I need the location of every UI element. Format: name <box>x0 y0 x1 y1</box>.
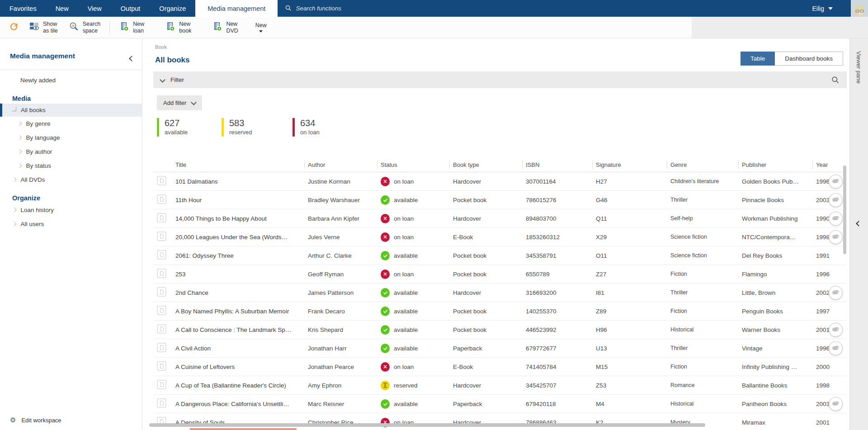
table-row[interactable]: A Call to Conscience : The Landmark Sp…K… <box>153 321 847 339</box>
file-icon <box>157 287 166 298</box>
table-row[interactable]: 101 DalmatiansJustine Kormanon loanHardc… <box>153 172 847 191</box>
sidebar-item-all-dvds[interactable]: All DVDs <box>0 173 142 187</box>
table-row[interactable]: A Density of SoulsChristopher Riceon loa… <box>153 413 847 430</box>
table-row[interactable]: A Cuisine of LeftoversJonathan Pearceon … <box>153 358 847 376</box>
status-label: on loan <box>394 271 414 278</box>
page-title: All books <box>155 56 190 65</box>
table-row[interactable]: A Dangerous Place: California's Unsettli… <box>153 395 847 413</box>
sidebar-item-newly-added[interactable]: Newly added <box>0 73 142 87</box>
cell-publisher: Flamingo <box>738 271 812 278</box>
table-row[interactable]: 20,000 Leagues Under the Sea (Words…Jule… <box>153 228 847 246</box>
cell-title: A Dangerous Place: California's Unsettli… <box>172 401 304 407</box>
add-filter-button[interactable]: Add filter <box>157 95 202 110</box>
column-header-signature[interactable]: Signature <box>592 157 667 172</box>
new-loan-label-1: New <box>133 21 144 28</box>
attachment-button[interactable] <box>829 323 843 337</box>
sidebar-item-by-genre[interactable]: By genre <box>0 117 142 131</box>
sidebar-item-all-books[interactable]: All books <box>0 104 142 117</box>
attachment-button[interactable] <box>829 175 843 189</box>
cell-publisher: Little, Brown <box>738 289 812 296</box>
view-toggle-table[interactable]: Table <box>741 52 775 66</box>
column-header-book-type[interactable]: Book type <box>449 157 522 172</box>
cell-publisher: Golden Books Pub… <box>738 178 812 185</box>
sidebar-item-by-language[interactable]: By language <box>0 131 142 145</box>
sidebar-collapse-button[interactable] <box>130 54 134 62</box>
column-header-genre[interactable]: Genre <box>667 157 738 172</box>
search-icon <box>285 5 292 13</box>
cell-title: 253 <box>172 271 304 278</box>
sidebar-item-by-status[interactable]: By status <box>0 159 142 173</box>
table-search-button[interactable] <box>831 76 840 84</box>
new-loan-button[interactable]: Newloan <box>113 17 150 38</box>
cell-book-type: Hardcover <box>449 382 522 389</box>
vertical-scrollbar[interactable] <box>843 165 846 254</box>
table-row[interactable]: 14,000 Things to Be Happy AboutBarbara A… <box>153 209 847 228</box>
document-preview-icon <box>153 250 172 261</box>
sidebar-item-all-users[interactable]: All users <box>0 217 142 231</box>
edit-workspace-button[interactable]: ⚙ Edit workspace <box>10 417 61 424</box>
cell-book-type: Pocket book <box>449 271 522 278</box>
horizontal-scrollbar[interactable] <box>149 423 705 427</box>
file-icon <box>157 361 166 372</box>
view-toggle-dashboard[interactable]: Dashboard books <box>775 52 843 66</box>
attachment-button[interactable] <box>829 397 843 411</box>
attachment-button[interactable] <box>829 212 843 226</box>
sidebar-item-by-author[interactable]: By author <box>0 145 142 159</box>
table-row[interactable]: A Civil ActionJonathan HarravailablePape… <box>153 339 847 358</box>
status-icon-available <box>381 325 390 335</box>
column-header-publisher[interactable]: Publisher <box>738 157 812 172</box>
table-row[interactable]: 253Geoff Rymanon loanPocket book6550789Z… <box>153 265 847 284</box>
sidebar-item-loan-history[interactable]: Loan history <box>0 203 142 217</box>
table-row[interactable]: 2061: Odyssey ThreeArthur C. Clarkeavail… <box>153 246 847 265</box>
refresh-button[interactable] <box>4 17 24 38</box>
menu-organize[interactable]: Organize <box>150 0 195 17</box>
new-dvd-button[interactable]: NewDVD <box>207 17 243 38</box>
attachment-button[interactable] <box>829 286 843 300</box>
document-preview-icon <box>153 176 172 187</box>
chevron-right-icon <box>18 150 22 154</box>
viewer-pane-expand-button[interactable] <box>857 219 861 227</box>
books-table: TitleAuthorStatusBook typeISBNSignatureG… <box>153 157 847 430</box>
cell-isbn: 316693200 <box>522 289 592 296</box>
table-row[interactable]: 11th HourBradley WarshaueravailablePocke… <box>153 191 847 209</box>
document-preview-icon <box>153 398 172 409</box>
table-row[interactable]: A Boy Named Phyllis: A Suburban MemoirFr… <box>153 302 847 321</box>
stat-value: 583 <box>229 118 292 128</box>
new-dropdown-button[interactable]: New <box>250 17 272 38</box>
global-search-input[interactable]: Search functions <box>285 0 341 17</box>
menu-new[interactable]: New <box>46 0 78 17</box>
menu-output[interactable]: Output <box>111 0 150 17</box>
status-icon-available <box>381 288 390 298</box>
attachment-button[interactable] <box>829 341 843 355</box>
column-header-title[interactable]: Title <box>172 157 304 172</box>
cell-genre: Thriller <box>667 197 738 203</box>
menu-view[interactable]: View <box>78 0 111 17</box>
column-header-author[interactable]: Author <box>304 157 377 172</box>
column-header-year[interactable]: Year <box>812 157 847 172</box>
document-preview-icon <box>153 213 172 224</box>
status-icon-reserved <box>381 381 390 390</box>
column-header-isbn[interactable]: ISBN <box>522 157 592 172</box>
stat-value: 627 <box>165 118 222 128</box>
user-menu[interactable]: Eilig <box>812 0 833 17</box>
status-icon-on-loan <box>381 232 390 242</box>
cell-genre: Historical <box>667 326 738 333</box>
table-row[interactable]: A Cup of Tea (Ballantine Reader's Circle… <box>153 376 847 395</box>
toolbar-right-area <box>692 17 868 38</box>
column-header-status[interactable]: Status <box>377 157 449 172</box>
search-space-button[interactable]: Searchspace <box>63 17 106 38</box>
new-book-button[interactable]: Newbook <box>160 17 197 38</box>
document-preview-icon <box>153 343 172 354</box>
add-filter-label: Add filter <box>163 99 186 106</box>
tab-media-management[interactable]: Media management <box>195 0 278 17</box>
stat-on-loan: 634on loan <box>292 118 365 137</box>
show-as-tile-button[interactable]: Showas tile <box>24 17 63 38</box>
table-row[interactable]: 2nd ChanceJames PattersonavailableHardco… <box>153 284 847 302</box>
cell-signature: H27 <box>592 178 667 185</box>
cell-book-type: Hardcover <box>449 289 522 296</box>
menu-favorites[interactable]: Favorites <box>0 0 46 17</box>
search-space-label-2: space <box>83 28 101 34</box>
filter-expander[interactable]: Filter <box>153 71 847 88</box>
attachment-button[interactable] <box>829 193 843 207</box>
attachment-button[interactable] <box>829 230 843 244</box>
